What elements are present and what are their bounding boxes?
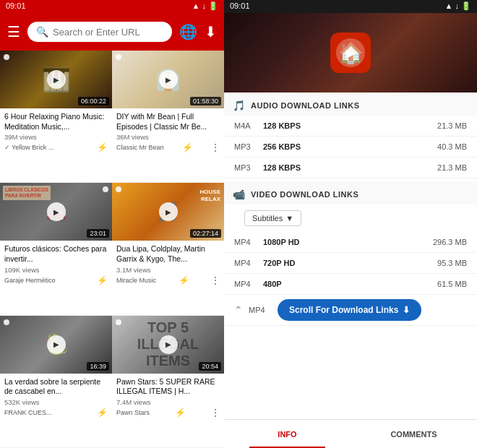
video-title: Dua Lipa, Coldplay, Martin Garrix & Kygo… xyxy=(116,244,220,264)
video-views: 39M views xyxy=(4,133,108,141)
overlay-label: HOUSERELAX xyxy=(200,189,220,202)
video-preview: 🏠 ▶ xyxy=(224,13,477,92)
dot-badge xyxy=(4,319,9,325)
audio-icon: 🎵 xyxy=(233,100,245,111)
size-label: 40.3 MB xyxy=(437,142,467,151)
lightning-icon[interactable]: ⚡ xyxy=(175,408,186,418)
lightning-icon[interactable]: ⚡ xyxy=(97,142,108,152)
more-icon[interactable]: ⋮ xyxy=(211,408,220,418)
channel-row: Classic Mr Bean ⚡ ⋮ xyxy=(116,142,220,152)
channel-name: FRANK CUES... xyxy=(4,409,52,416)
tab-info[interactable]: INFO xyxy=(224,420,351,448)
play-button[interactable]: ▶ xyxy=(47,202,66,221)
channel-name: Garaje Hermético xyxy=(4,277,56,284)
quality-label: 128 KBPS xyxy=(263,163,437,172)
search-input[interactable] xyxy=(53,27,163,38)
subtitles-button[interactable]: Subtitles ▼ xyxy=(244,210,301,226)
channel-name: Miracle Music xyxy=(116,277,156,284)
video-grid: 🎹 ▶ 06:00:22 6 Hour Relaxing Piano Music… xyxy=(0,51,224,448)
video-link-2[interactable]: MP4 720P HD 95.3 MB xyxy=(224,253,477,274)
scroll-row: ⌃ MP4 Scroll For Download Links ⬇ xyxy=(224,295,477,326)
video-link-3[interactable]: MP4 480P 61.5 MB xyxy=(224,274,477,295)
time-left: 09:01 xyxy=(6,1,26,12)
audio-link-1[interactable]: M4A 128 KBPS 21.3 MB xyxy=(224,116,477,137)
quality-label: 720P HD xyxy=(263,259,437,267)
video-section-icon: 📹 xyxy=(233,189,245,200)
channel-row: Garaje Hermético ⚡ xyxy=(4,275,108,285)
duration-badge: 20:54 xyxy=(199,362,221,371)
video-views: 109K views xyxy=(4,266,108,274)
channel-row: FRANK CUES... ⚡ xyxy=(4,408,108,418)
last-format-label: MP4 xyxy=(249,306,278,314)
thumbnail-4: 🎵 HOUSERELAX ▶ 02:27:14 xyxy=(112,183,224,241)
play-button[interactable]: ▶ xyxy=(159,202,178,221)
audio-link-3[interactable]: MP3 128 KBPS 21.3 MB xyxy=(224,158,477,178)
list-item[interactable]: 👔 ▶ 01:58:30 DIY with Mr Bean | Full Epi… xyxy=(112,51,224,183)
video-info: Pawn Stars: 5 SUPER RARE ILLEGAL ITEMS |… xyxy=(112,374,224,421)
video-views: 7.4M views xyxy=(116,398,220,406)
play-button[interactable]: ▶ xyxy=(159,70,178,89)
lightning-icon[interactable]: ⚡ xyxy=(97,408,108,418)
subtitles-row: Subtitles ▼ xyxy=(224,204,477,232)
tab-comments[interactable]: COMMENTS xyxy=(351,420,477,448)
list-item[interactable]: 🐍 ▶ 16:39 La verdad sobre la serpiente d… xyxy=(0,316,112,448)
lightning-icon[interactable]: ⚡ xyxy=(179,275,189,285)
list-item[interactable]: TOP 5ILLEGALITEMS ▶ 20:54 Pawn Stars: 5 … xyxy=(112,316,224,448)
thumbnail-5: 🐍 ▶ 16:39 xyxy=(0,316,112,374)
channel-name: Classic Mr Bean xyxy=(116,144,164,151)
format-label: MP3 xyxy=(234,142,263,151)
channel-row: Pawn Stars ⚡ ⋮ xyxy=(116,408,220,418)
lightning-icon[interactable]: ⚡ xyxy=(97,275,108,285)
video-title: Futuros clásicos: Coches para invertir..… xyxy=(4,244,108,264)
play-button[interactable]: ▶ xyxy=(159,335,178,354)
chevron-down-icon: ▼ xyxy=(285,214,293,223)
list-item[interactable]: 🎵 HOUSERELAX ▶ 02:27:14 Dua Lipa, Coldpl… xyxy=(112,183,224,315)
hamburger-icon[interactable]: ☰ xyxy=(7,23,20,40)
lightning-icon[interactable]: ⚡ xyxy=(182,142,193,152)
more-icon[interactable]: ⋮ xyxy=(211,275,220,285)
more-icon[interactable]: ⋮ xyxy=(211,142,220,152)
bottom-tabs: INFO COMMENTS xyxy=(224,419,477,448)
duration-badge: 02:27:14 xyxy=(190,229,221,238)
audio-section-title: AUDIO DOWNLOAD LINKS xyxy=(251,101,360,110)
quality-label: 1080P HD xyxy=(263,238,433,246)
size-label: 296.3 MB xyxy=(433,238,467,246)
download-arrow-icon: ⬇ xyxy=(403,305,410,315)
format-label: MP3 xyxy=(234,163,263,172)
video-info: Dua Lipa, Coldplay, Martin Garrix & Kygo… xyxy=(112,241,224,288)
dot-badge xyxy=(116,319,121,325)
right-panel: 09:01 ▲ ↓ 🔋 🏠 ▶ 🎵 AUDIO DOWNLOAD LINKS M… xyxy=(224,0,477,448)
download-icon-btn[interactable]: ⬇ xyxy=(205,23,217,40)
video-title: La verdad sobre la serpiente de cascabel… xyxy=(4,377,108,397)
size-label: 21.3 MB xyxy=(437,163,467,172)
list-item[interactable]: 🎹 ▶ 06:00:22 6 Hour Relaxing Piano Music… xyxy=(0,51,112,183)
size-label: 95.3 MB xyxy=(437,259,467,267)
thumbnail-2: 👔 ▶ 01:58:30 xyxy=(112,51,224,108)
format-label: MP4 xyxy=(234,280,263,288)
time-right: 09:01 xyxy=(230,1,250,12)
video-info: 6 Hour Relaxing Piano Music: Meditation … xyxy=(0,108,112,155)
play-button[interactable]: ▶ xyxy=(47,70,66,89)
audio-link-2[interactable]: MP3 256 KBPS 40.3 MB xyxy=(224,137,477,158)
video-title: 6 Hour Relaxing Piano Music: Meditation … xyxy=(4,112,108,132)
play-overlay-btn[interactable]: ▶ xyxy=(336,38,365,67)
subtitles-label: Subtitles xyxy=(252,214,283,223)
format-label: MP4 xyxy=(234,238,263,246)
thumbnail-6: TOP 5ILLEGALITEMS ▶ 20:54 xyxy=(112,316,224,374)
play-button[interactable]: ▶ xyxy=(47,335,66,354)
list-item[interactable]: 🚗 LIBROS CLÁSICOSPARA INVERTIR ▶ 23:01 F… xyxy=(0,183,112,315)
video-info: Futuros clásicos: Coches para invertir..… xyxy=(0,241,112,288)
icons-left: ▲ ↓ 🔋 xyxy=(192,1,219,12)
video-title: DIY with Mr Bean | Full Episodes | Class… xyxy=(116,112,220,132)
duration-badge: 06:00:22 xyxy=(78,97,109,105)
globe-icon[interactable]: 🌐 xyxy=(179,23,197,40)
dot-badge xyxy=(4,54,9,60)
duration-badge: 16:39 xyxy=(87,362,109,371)
scroll-download-button[interactable]: Scroll For Download Links ⬇ xyxy=(278,299,421,321)
video-link-1[interactable]: MP4 1080P HD 296.3 MB xyxy=(224,232,477,253)
search-box[interactable]: 🔍 xyxy=(27,22,172,42)
search-icon: 🔍 xyxy=(36,26,48,38)
video-info: DIY with Mr Bean | Full Episodes | Class… xyxy=(112,108,224,155)
chevron-up-icon[interactable]: ⌃ xyxy=(234,304,243,316)
status-bar-left: 09:01 ▲ ↓ 🔋 xyxy=(0,0,224,13)
